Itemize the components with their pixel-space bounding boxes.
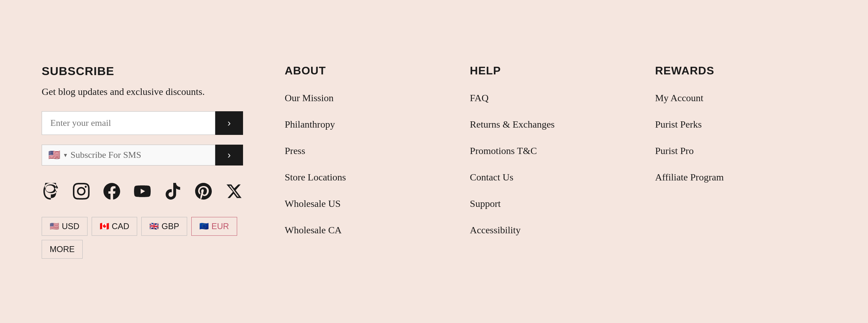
about-press-link[interactable]: Press	[285, 145, 442, 156]
cad-flag: 🇨🇦	[100, 222, 109, 231]
x-twitter-icon[interactable]	[225, 182, 243, 200]
currency-eur-label: EUR	[211, 221, 229, 231]
currency-cad-button[interactable]: 🇨🇦 CAD	[92, 217, 137, 236]
rewards-purist-pro-link[interactable]: Purist Pro	[655, 145, 812, 156]
currency-eur-button[interactable]: 🇪🇺 EUR	[191, 217, 237, 236]
sms-submit-button[interactable]: ›	[215, 145, 243, 165]
us-flag-icon: 🇺🇸	[48, 150, 60, 160]
social-row	[42, 182, 243, 200]
about-column: ABOUT Our Mission Philanthropy Press Sto…	[271, 64, 456, 259]
pinterest-icon[interactable]	[194, 182, 212, 200]
links-area: ABOUT Our Mission Philanthropy Press Sto…	[271, 64, 826, 259]
footer: SUBSCRIBE Get blog updates and exclusive…	[0, 37, 868, 286]
usd-flag: 🇺🇸	[50, 222, 59, 231]
currency-usd-button[interactable]: 🇺🇸 USD	[42, 217, 87, 236]
about-column-title: ABOUT	[285, 64, 442, 77]
eur-flag: 🇪🇺	[199, 222, 209, 231]
help-faq-link[interactable]: FAQ	[470, 92, 627, 104]
about-wholesale-ca-link[interactable]: Wholesale CA	[285, 225, 442, 236]
subscribe-section: SUBSCRIBE Get blog updates and exclusive…	[42, 64, 271, 259]
rewards-my-account-link[interactable]: My Account	[655, 92, 812, 104]
currency-gbp-label: GBP	[161, 221, 179, 231]
help-promotions-link[interactable]: Promotions T&C	[470, 145, 627, 156]
email-input[interactable]	[42, 111, 215, 135]
currency-cad-label: CAD	[112, 221, 130, 231]
threads-icon[interactable]	[42, 182, 60, 200]
gbp-flag: 🇬🇧	[149, 222, 159, 231]
about-our-mission-link[interactable]: Our Mission	[285, 92, 442, 104]
currency-more-button[interactable]: MORE	[42, 240, 83, 259]
about-wholesale-us-link[interactable]: Wholesale US	[285, 198, 442, 209]
youtube-icon[interactable]	[133, 182, 151, 200]
sms-label: Subscribe For SMS	[70, 150, 141, 160]
help-accessibility-link[interactable]: Accessibility	[470, 225, 627, 236]
help-contact-link[interactable]: Contact Us	[470, 172, 627, 183]
help-returns-link[interactable]: Returns & Exchanges	[470, 119, 627, 130]
about-store-locations-link[interactable]: Store Locations	[285, 172, 442, 183]
rewards-purist-perks-link[interactable]: Purist Perks	[655, 119, 812, 130]
help-support-link[interactable]: Support	[470, 198, 627, 209]
currency-more-label: MORE	[50, 244, 75, 254]
tiktok-icon[interactable]	[164, 182, 182, 200]
help-column-title: HELP	[470, 64, 627, 77]
rewards-column-title: REWARDS	[655, 64, 812, 77]
email-row: ›	[42, 111, 243, 135]
email-submit-button[interactable]: ›	[215, 111, 243, 135]
instagram-icon[interactable]	[72, 182, 90, 200]
rewards-affiliate-link[interactable]: Affiliate Program	[655, 172, 812, 183]
subscribe-description: Get blog updates and exclusive discounts…	[42, 86, 243, 97]
help-column: HELP FAQ Returns & Exchanges Promotions …	[456, 64, 641, 259]
currency-row: 🇺🇸 USD 🇨🇦 CAD 🇬🇧 GBP 🇪🇺 EUR MORE	[42, 217, 243, 259]
currency-usd-label: USD	[62, 221, 80, 231]
sms-input-wrapper: 🇺🇸 ▾ Subscribe For SMS	[42, 145, 215, 165]
rewards-column: REWARDS My Account Purist Perks Purist P…	[641, 64, 826, 259]
subscribe-title: SUBSCRIBE	[42, 64, 243, 78]
about-philanthropy-link[interactable]: Philanthropy	[285, 119, 442, 130]
sms-row: 🇺🇸 ▾ Subscribe For SMS ›	[42, 145, 243, 165]
currency-gbp-button[interactable]: 🇬🇧 GBP	[141, 217, 187, 236]
facebook-icon[interactable]	[103, 182, 121, 200]
dropdown-arrow-icon[interactable]: ▾	[64, 151, 67, 159]
